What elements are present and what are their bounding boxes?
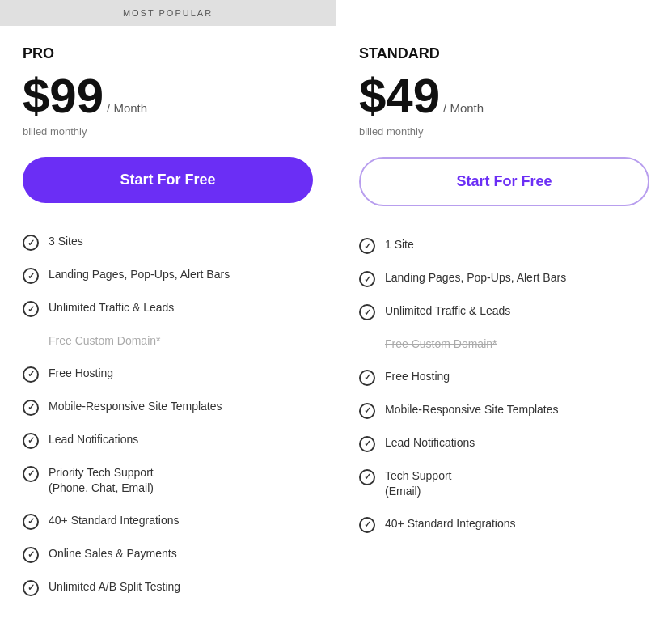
feature-item: Lead Notifications <box>359 427 649 460</box>
check-icon <box>23 268 39 284</box>
feature-item: 3 Sites <box>23 226 313 259</box>
check-icon <box>359 436 375 452</box>
plan-name: STANDARD <box>359 45 649 62</box>
check-icon <box>23 580 39 596</box>
feature-text: Landing Pages, Pop-Ups, Alert Bars <box>385 270 566 286</box>
feature-item: Landing Pages, Pop-Ups, Alert Bars <box>23 259 313 292</box>
check-icon <box>359 271 375 287</box>
feature-item: Mobile-Responsive Site Templates <box>23 391 313 424</box>
feature-text-strikethrough: Free Custom Domain* <box>49 333 161 349</box>
check-icon <box>359 403 375 419</box>
feature-item: Lead Notifications <box>23 424 313 457</box>
feature-item: Tech Support(Email) <box>359 460 649 508</box>
feature-item: Online Sales & Payments <box>23 538 313 571</box>
feature-item: 1 Site <box>359 229 649 262</box>
plan-name: PRO <box>23 45 313 62</box>
feature-text: 40+ Standard Integrations <box>49 513 180 529</box>
feature-item: 40+ Standard Integrations <box>23 505 313 538</box>
check-icon <box>359 304 375 320</box>
check-icon <box>23 466 39 482</box>
feature-item: 40+ Standard Integrations <box>359 508 649 541</box>
check-icon <box>359 469 375 485</box>
feature-text: 3 Sites <box>49 234 83 250</box>
feature-text: Landing Pages, Pop-Ups, Alert Bars <box>49 267 230 283</box>
feature-text: Free Hosting <box>49 366 113 382</box>
feature-item: Unlimited A/B Split Testing <box>23 571 313 604</box>
plan-price: $49/ Month <box>359 72 649 121</box>
feature-item: Unlimited Traffic & Leads <box>359 295 649 328</box>
feature-text: Mobile-Responsive Site Templates <box>49 399 222 415</box>
feature-text: Online Sales & Payments <box>49 546 177 562</box>
feature-item: Free Custom Domain* <box>23 325 313 358</box>
price-period: / Month <box>107 101 147 115</box>
features-list: 1 SiteLanding Pages, Pop-Ups, Alert Bars… <box>359 229 649 541</box>
check-icon <box>359 238 375 254</box>
billing-info: billed monthly <box>359 125 649 138</box>
feature-item: Mobile-Responsive Site Templates <box>359 394 649 427</box>
feature-item: Priority Tech Support(Phone, Chat, Email… <box>23 457 313 505</box>
check-icon <box>23 433 39 449</box>
feature-text: Lead Notifications <box>49 432 138 448</box>
plan-card-standard: STANDARD$49/ Monthbilled monthlyStart Fo… <box>336 0 672 631</box>
features-list: 3 SitesLanding Pages, Pop-Ups, Alert Bar… <box>23 226 313 604</box>
feature-text: Unlimited Traffic & Leads <box>385 303 510 320</box>
feature-text: Free Hosting <box>385 369 450 385</box>
feature-item: Free Custom Domain* <box>359 328 649 361</box>
price-amount: $99 <box>23 72 104 121</box>
most-popular-banner: MOST POPULAR <box>0 0 336 26</box>
pricing-container: MOST POPULARPRO$99/ Monthbilled monthlyS… <box>0 0 672 631</box>
plan-price: $99/ Month <box>23 72 313 121</box>
billing-info: billed monthly <box>23 125 313 138</box>
check-icon <box>359 370 375 386</box>
feature-text: Priority Tech Support(Phone, Chat, Email… <box>49 465 154 497</box>
feature-text: Unlimited A/B Split Testing <box>49 579 180 595</box>
check-icon <box>23 235 39 251</box>
feature-text: Unlimited Traffic & Leads <box>49 300 174 316</box>
feature-text: Lead Notifications <box>385 435 475 451</box>
feature-item: Free Hosting <box>359 361 649 394</box>
feature-item: Free Hosting <box>23 358 313 391</box>
cta-button-pro[interactable]: Start For Free <box>23 157 313 203</box>
price-period: / Month <box>443 101 484 115</box>
feature-text: 40+ Standard Integrations <box>385 516 516 532</box>
feature-text-strikethrough: Free Custom Domain* <box>385 337 497 353</box>
feature-item: Unlimited Traffic & Leads <box>23 292 313 325</box>
check-icon <box>23 301 39 317</box>
feature-text: Tech Support(Email) <box>385 468 452 500</box>
check-icon <box>23 514 39 530</box>
plan-card-pro: MOST POPULARPRO$99/ Monthbilled monthlyS… <box>0 0 336 631</box>
feature-item: Landing Pages, Pop-Ups, Alert Bars <box>359 262 649 295</box>
check-icon <box>23 547 39 563</box>
cta-button-standard[interactable]: Start For Free <box>359 157 649 206</box>
check-icon <box>359 517 375 533</box>
price-amount: $49 <box>359 72 440 121</box>
check-icon <box>23 366 39 383</box>
feature-text: Mobile-Responsive Site Templates <box>385 402 559 418</box>
check-icon <box>23 400 39 416</box>
feature-text: 1 Site <box>385 237 414 253</box>
